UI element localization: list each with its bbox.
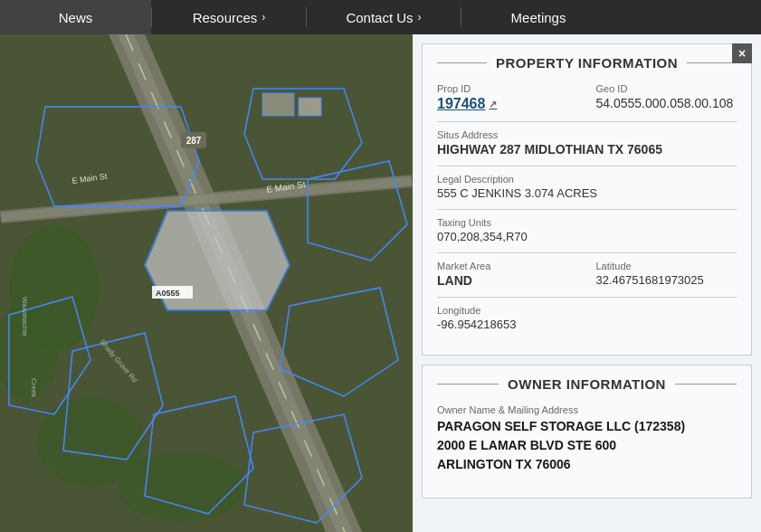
geo-id-value: 54.0555.000.058.00.108 <box>596 96 737 110</box>
close-icon: × <box>738 46 746 61</box>
situs-label: Situs Address <box>437 129 737 140</box>
divider-5 <box>437 297 737 298</box>
prop-id-text: 197468 <box>437 96 485 112</box>
taxing-value: 070,208,354,R70 <box>437 230 737 243</box>
situs-value: HIGHWAY 287 MIDLOTHIAN TX 76065 <box>437 142 737 157</box>
header-line-left <box>437 62 487 63</box>
longitude-field: Longitude -96.954218653 <box>437 305 737 331</box>
geo-id-label: Geo ID <box>596 83 737 94</box>
navigation-bar: News Resources › Contact Us › Meetings <box>0 0 761 34</box>
owner-info-header: OWNER INFORMATION <box>437 376 737 392</box>
prop-geo-row: Prop ID 197468 ↗ Geo ID 54.0555.000.058.… <box>437 83 737 112</box>
geo-id-col: Geo ID 54.0555.000.058.00.108 <box>596 83 737 112</box>
owner-name-value: PARAGON SELF STORAGE LLC (172358) 2000 E… <box>437 417 737 474</box>
divider-4 <box>437 252 737 253</box>
resources-chevron-icon: › <box>262 11 265 24</box>
nav-meetings[interactable]: Meetings <box>461 0 615 34</box>
svg-text:Waxahachie: Waxahachie <box>21 297 29 337</box>
header-line-right <box>687 62 737 63</box>
owner-info-section: OWNER INFORMATION Owner Name & Mailing A… <box>422 365 752 499</box>
prop-id-value[interactable]: 197468 ↗ <box>437 96 578 112</box>
nav-news-label: News <box>59 10 93 25</box>
divider-3 <box>437 209 737 210</box>
divider-2 <box>437 166 737 166</box>
owner-address-label: Owner Name & Mailing Address <box>437 404 737 415</box>
divider-1 <box>437 121 737 122</box>
svg-rect-20 <box>262 93 294 116</box>
nav-meetings-label: Meetings <box>511 10 566 25</box>
prop-id-label: Prop ID <box>437 83 578 94</box>
owner-header-line-right <box>675 384 737 385</box>
map-area[interactable]: E Main St E Main St 287 Waxahachie Creek… <box>0 34 413 532</box>
longitude-value: -96.954218653 <box>437 318 737 331</box>
longitude-label: Longitude <box>437 305 737 316</box>
market-value: LAND <box>437 273 578 288</box>
svg-point-10 <box>118 451 244 523</box>
owner-address-field: Owner Name & Mailing Address PARAGON SEL… <box>437 404 737 474</box>
external-link-icon: ↗ <box>489 99 497 110</box>
property-info-header: PROPERTY INFORMATION <box>437 55 737 71</box>
latitude-col: Latitude 32.46751681973025 <box>596 261 737 288</box>
legal-label: Legal Description <box>437 174 737 185</box>
latitude-value: 32.46751681973025 <box>596 273 737 287</box>
svg-text:287: 287 <box>186 136 202 146</box>
nav-contact[interactable]: Contact Us › <box>307 0 461 34</box>
main-content: E Main St E Main St 287 Waxahachie Creek… <box>0 34 761 532</box>
owner-info-title: OWNER INFORMATION <box>499 376 675 392</box>
nav-news[interactable]: News <box>0 0 151 34</box>
market-label: Market Area <box>437 261 578 271</box>
market-col: Market Area LAND <box>437 261 578 288</box>
property-panel: × PROPERTY INFORMATION Prop ID 197468 ↗ <box>413 34 761 532</box>
taxing-label: Taxing Units <box>437 217 737 228</box>
legal-value: 555 C JENKINS 3.074 ACRES <box>437 186 737 200</box>
situs-field: Situs Address HIGHWAY 287 MIDLOTHIAN TX … <box>437 129 737 157</box>
svg-rect-21 <box>299 98 321 116</box>
nav-resources[interactable]: Resources › <box>152 0 306 34</box>
legal-field: Legal Description 555 C JENKINS 3.074 AC… <box>437 174 737 200</box>
property-info-section: PROPERTY INFORMATION Prop ID 197468 ↗ Ge… <box>422 43 752 356</box>
market-lat-row: Market Area LAND Latitude 32.46751681973… <box>437 261 737 288</box>
close-button[interactable]: × <box>732 43 752 63</box>
nav-resources-label: Resources <box>193 10 258 25</box>
property-info-title: PROPERTY INFORMATION <box>487 55 687 71</box>
owner-header-line-left <box>437 384 499 385</box>
svg-text:A0555: A0555 <box>156 289 180 298</box>
contact-chevron-icon: › <box>418 11 422 24</box>
nav-contact-label: Contact Us <box>346 10 413 25</box>
taxing-field: Taxing Units 070,208,354,R70 <box>437 217 737 243</box>
svg-text:Creek: Creek <box>30 378 38 398</box>
prop-id-col: Prop ID 197468 ↗ <box>437 83 578 112</box>
latitude-label: Latitude <box>596 261 737 271</box>
